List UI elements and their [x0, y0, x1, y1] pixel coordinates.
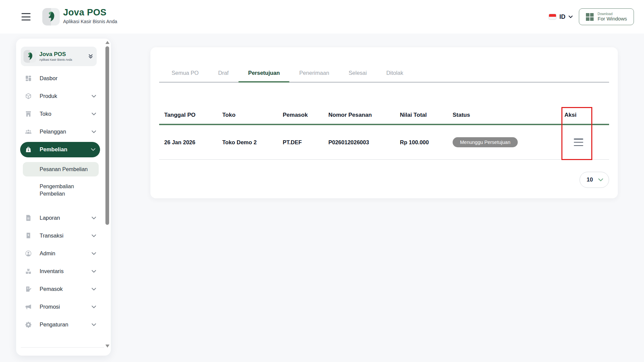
sidebar: Jova POS Aplikasi Kasir Bisnis Anda Dasb… — [16, 39, 111, 356]
sidebar-item-pembelian[interactable]: $ Pembelian — [20, 142, 100, 157]
cell-pemasok: PT.DEF — [283, 139, 328, 146]
language-selector[interactable]: ID — [549, 13, 573, 20]
tab-penerimaan[interactable]: Penerimaan — [289, 64, 339, 82]
chevron-down-icon — [92, 131, 96, 133]
sidebar-item-admin[interactable]: Admin — [16, 245, 104, 262]
sidebar-item-label: Dasbor — [40, 75, 104, 82]
megaphone-icon — [25, 303, 32, 310]
inventory-boxes-icon — [25, 268, 32, 275]
supplier-clipboard-icon — [25, 286, 32, 293]
chevron-down-icon — [92, 113, 96, 115]
hamburger-menu-icon[interactable] — [21, 13, 31, 20]
column-header-nilai-total: Nilai Total — [400, 112, 453, 118]
chevron-down-icon — [92, 270, 96, 273]
sidebar-item-promosi[interactable]: Promosi — [16, 298, 104, 316]
header-actions: ID Download For Windows — [549, 0, 634, 34]
purchase-orders-card: Semua PO Draf Persetujuan Penerimaan Sel… — [150, 47, 618, 198]
sidebar-brand-logo — [24, 50, 36, 63]
admin-user-icon — [25, 250, 32, 257]
sidebar-item-transaksi[interactable]: $ Transaksi — [16, 227, 104, 245]
cell-nilai-total: Rp 100.000 — [400, 139, 453, 146]
chevron-down-icon — [92, 306, 96, 308]
sidebar-item-pengaturan[interactable]: Pengaturan — [16, 316, 104, 333]
cell-tanggal-po: 26 Jan 2026 — [164, 139, 222, 146]
sidebar-nav: Dasbor Produk Toko — [16, 69, 104, 333]
receipt-icon: $ — [25, 232, 32, 239]
settings-gear-icon — [25, 321, 32, 328]
purchase-bag-icon: $ — [25, 146, 32, 153]
column-header-aksi: Aksi — [564, 112, 609, 118]
sidebar-item-dasbor[interactable]: Dasbor — [16, 69, 104, 87]
chevron-down-icon — [92, 288, 96, 291]
chevron-down-icon — [92, 323, 96, 326]
sidebar-item-label: Inventaris — [40, 268, 92, 274]
scrollbar-up-arrow[interactable] — [105, 41, 109, 44]
top-header: Jova POS Aplikasi Kasir Bisnis Anda ID — [0, 0, 644, 34]
chevron-down-icon — [91, 148, 95, 151]
status-badge: Menunggu Persetujuan — [453, 137, 518, 147]
report-document-icon — [25, 214, 32, 221]
page-size-select[interactable]: 10 — [580, 172, 609, 188]
brand-name: Jova POS — [63, 7, 106, 18]
column-header-pemasok: Pemasok — [283, 112, 328, 118]
column-header-nomor-pesanan: Nomor Pesanan — [328, 112, 400, 118]
sidebar-item-produk[interactable]: Produk — [16, 87, 104, 105]
row-actions-menu-button[interactable] — [574, 139, 583, 146]
po-status-tabs: Semua PO Draf Persetujuan Penerimaan Sel… — [159, 64, 609, 83]
sidebar-item-label: Produk — [40, 93, 92, 99]
download-label-big: For Windows — [598, 16, 627, 21]
table-header-row: Tanggal PO Toko Pemasok Nomor Pesanan Ni… — [159, 112, 609, 125]
chevron-down-icon — [92, 252, 96, 255]
page: Jova POS Aplikasi Kasir Bisnis Anda ID — [0, 0, 644, 362]
sidebar-item-label: Admin — [40, 250, 92, 257]
sidebar-brand-card: Jova POS Aplikasi Kasir Bisnis Anda — [21, 47, 97, 66]
sidebar-item-label: Pemasok — [40, 286, 92, 292]
sidebar-item-laporan[interactable]: Laporan — [16, 209, 104, 227]
store-icon — [25, 110, 32, 117]
chevron-down-icon — [92, 217, 96, 219]
sidebar-item-label: Pengaturan — [40, 321, 92, 328]
tab-ditolak[interactable]: Ditolak — [376, 64, 413, 82]
customers-icon — [25, 128, 32, 135]
chevron-down-icon — [92, 95, 96, 98]
brand-logo — [42, 8, 60, 25]
sidebar-item-label: Toko — [40, 111, 92, 117]
download-windows-button[interactable]: Download For Windows — [579, 8, 634, 25]
box-icon — [25, 93, 32, 100]
column-header-toko: Toko — [222, 112, 283, 118]
pagination-area: 10 — [159, 172, 609, 188]
tab-semua-po[interactable]: Semua PO — [162, 64, 209, 82]
sidebar-item-label: Laporan — [40, 215, 92, 221]
sidebar-brand-name: Jova POS — [39, 51, 85, 58]
sidebar-scrollbar — [105, 39, 109, 356]
sidebar-item-label: Pelanggan — [40, 128, 92, 135]
cell-nomor-pesanan: P026012026003 — [328, 139, 400, 146]
leaf-icon — [46, 11, 56, 22]
sidebar-subitem-pengembalian-pembelian[interactable]: Pengembalian Pembelian — [23, 179, 99, 201]
sidebar-divider — [21, 347, 104, 348]
scrollbar-thumb[interactable] — [105, 46, 109, 225]
tab-persetujuan[interactable]: Persetujuan — [238, 64, 289, 82]
leaf-icon — [26, 52, 34, 61]
sidebar-item-label: Promosi — [40, 304, 92, 310]
table-row: 26 Jan 2026 Toko Demo 2 PT.DEF P02601202… — [159, 125, 609, 160]
brand-tagline: Aplikasi Kasir Bisnis Anda — [63, 19, 117, 24]
tab-selesai[interactable]: Selesai — [339, 64, 376, 82]
tab-draf[interactable]: Draf — [209, 64, 238, 82]
sidebar-item-pemasok[interactable]: Pemasok — [16, 280, 104, 298]
windows-logo-icon — [586, 13, 594, 21]
cell-aksi — [564, 139, 609, 146]
dashboard-icon — [25, 75, 32, 82]
chevron-down-icon — [598, 178, 603, 182]
sidebar-item-toko[interactable]: Toko — [16, 105, 104, 123]
scrollbar-down-arrow[interactable] — [105, 345, 109, 348]
download-label-small: Download — [598, 12, 627, 16]
cell-toko: Toko Demo 2 — [222, 139, 283, 146]
sidebar-item-pelanggan[interactable]: Pelanggan — [16, 123, 104, 141]
sidebar-subitem-pesanan-pembelian[interactable]: Pesanan Pembelian — [23, 162, 99, 177]
collapse-sidebar-icon[interactable] — [88, 54, 93, 59]
sidebar-item-inventaris[interactable]: Inventaris — [16, 262, 104, 280]
language-code: ID — [559, 13, 565, 20]
sidebar-item-label: Transaksi — [40, 232, 92, 239]
column-header-status: Status — [453, 112, 564, 118]
